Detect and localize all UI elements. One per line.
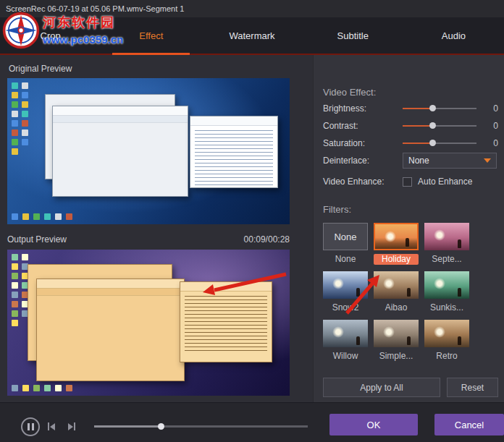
filter-thumb-snow2[interactable] <box>323 271 368 299</box>
playback-bar: OK Cancel <box>0 402 504 442</box>
saturation-label: Saturation: <box>323 138 403 148</box>
slider-fill <box>403 143 432 144</box>
saturation-slider[interactable] <box>403 143 476 144</box>
deinterlace-label: Deinterlace: <box>323 156 403 166</box>
filter-label: Aibao <box>374 302 419 313</box>
window-body <box>37 296 184 305</box>
text-lines <box>195 130 273 185</box>
pause-icon <box>32 423 34 430</box>
slider-knob[interactable] <box>429 105 436 111</box>
slider-knob[interactable] <box>429 140 436 146</box>
window-titlebar-strip <box>37 279 184 289</box>
video-effect-title: Video Effect: <box>323 87 376 98</box>
filter-grid: None None Holiday Septe... Snow2 Aibao <box>323 223 469 368</box>
effect-settings-panel: Video Effect: Brightness: 0 Contrast: 0 … <box>313 55 504 402</box>
desktop-icons-bottom <box>12 385 18 391</box>
text-window <box>180 281 272 362</box>
filter-item-sunkissed[interactable]: Sunkis... <box>424 271 469 313</box>
filter-item-september[interactable]: Septe... <box>424 223 469 265</box>
app-window: ScreenRec 06-07-19 at 05.06 PM.wmv-Segme… <box>0 0 504 442</box>
filter-item-retro[interactable]: Retro <box>424 320 469 362</box>
filter-thumb-simple[interactable] <box>374 320 419 347</box>
deinterlace-selected-value: None <box>408 156 429 166</box>
filter-thumb-none[interactable]: None <box>323 223 368 250</box>
explorer-window-front <box>36 279 185 381</box>
window-body <box>53 123 188 132</box>
time-display: 00:09/00:28 <box>244 234 290 245</box>
explorer-window-front <box>52 106 188 197</box>
window-titlebar-strip <box>53 106 188 116</box>
tab-watermark[interactable]: Watermark <box>201 17 302 54</box>
contrast-value: 0 <box>476 121 498 131</box>
filter-thumb-holiday-selected[interactable] <box>374 223 419 250</box>
chevron-down-icon <box>484 158 491 163</box>
slider-fill <box>403 125 432 127</box>
skip-start-icon <box>48 422 49 430</box>
filter-item-willow[interactable]: Willow <box>323 320 368 362</box>
filter-item-aibao[interactable]: Aibao <box>374 271 419 313</box>
seek-slider[interactable] <box>94 425 308 428</box>
filter-label: Willow <box>323 351 368 362</box>
filter-item-simple[interactable]: Simple... <box>374 320 419 362</box>
window-titlebar-strip <box>180 282 272 292</box>
brightness-value: 0 <box>476 103 498 114</box>
filter-label: Snow2 <box>323 302 368 313</box>
filter-thumb-willow[interactable] <box>323 320 368 347</box>
pause-button[interactable] <box>21 417 40 436</box>
filter-label-selected: Holiday <box>374 254 419 265</box>
filter-label: None <box>323 254 368 265</box>
video-enhance-label: Video Enhance: <box>323 177 403 187</box>
text-window <box>190 116 278 188</box>
saturation-value: 0 <box>476 138 498 148</box>
output-preview-label: Output Preview <box>7 234 67 245</box>
tab-effect[interactable]: Effect <box>101 17 201 54</box>
window-addressbar-strip <box>37 289 184 296</box>
contrast-row: Contrast: 0 <box>323 120 498 132</box>
saturation-row: Saturation: 0 <box>323 137 498 149</box>
original-preview-label: Original Preview <box>9 64 72 74</box>
apply-to-all-button[interactable]: Apply to All <box>323 378 440 397</box>
brightness-slider[interactable] <box>403 108 476 109</box>
contrast-slider[interactable] <box>403 125 476 127</box>
ok-button[interactable]: OK <box>329 414 418 435</box>
tab-crop[interactable]: Crop <box>0 17 101 54</box>
filter-item-none[interactable]: None None <box>323 223 368 265</box>
pause-icon <box>28 423 30 430</box>
filter-label: Septe... <box>424 254 469 265</box>
next-frame-button[interactable] <box>68 422 75 430</box>
filter-label: Simple... <box>374 351 419 362</box>
window-titlebar-strip <box>190 116 277 126</box>
deinterlace-select[interactable]: None <box>403 153 497 169</box>
deinterlace-row: Deinterlace: None <box>323 153 498 169</box>
filter-item-snow2[interactable]: Snow2 <box>323 271 368 313</box>
previous-frame-button[interactable] <box>48 422 55 430</box>
video-enhance-row: Video Enhance: Auto Enhance <box>323 177 498 187</box>
desktop-icons <box>12 82 18 89</box>
seek-knob[interactable] <box>158 423 164 430</box>
filter-thumb-retro[interactable] <box>424 320 469 347</box>
cancel-button[interactable]: Cancel <box>434 414 504 435</box>
filter-label: Retro <box>424 351 469 362</box>
slider-fill <box>403 108 432 109</box>
original-preview <box>7 78 290 224</box>
tab-subtitle[interactable]: Subtitle <box>303 17 403 54</box>
auto-enhance-checkbox[interactable] <box>403 177 412 187</box>
text-lines <box>185 296 267 351</box>
filter-thumb-aibao[interactable] <box>374 271 419 299</box>
filters-title: Filters: <box>323 204 351 215</box>
filter-item-holiday[interactable]: Holiday <box>374 223 419 265</box>
output-preview <box>7 250 290 396</box>
skip-end-icon <box>74 422 75 430</box>
auto-enhance-label: Auto Enhance <box>418 177 472 187</box>
filter-thumb-september[interactable] <box>424 223 469 250</box>
filter-thumb-sunkissed[interactable] <box>424 271 469 299</box>
slider-knob[interactable] <box>429 122 436 129</box>
skip-start-icon <box>50 423 55 430</box>
skip-end-icon <box>68 423 73 430</box>
tab-audio[interactable]: Audio <box>403 17 504 54</box>
filter-label: Sunkis... <box>424 302 469 313</box>
reset-button[interactable]: Reset <box>447 378 498 397</box>
desktop-icons <box>12 254 18 260</box>
seek-progress <box>94 425 161 428</box>
contrast-label: Contrast: <box>323 121 403 131</box>
